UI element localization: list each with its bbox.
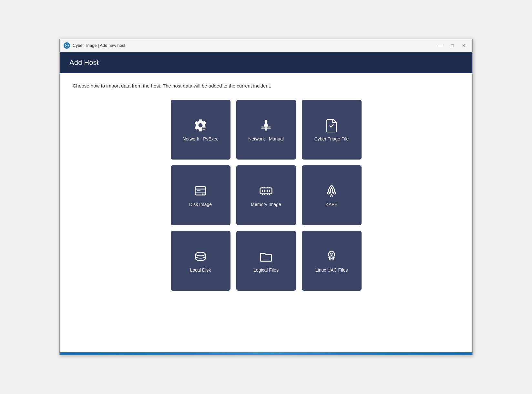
- local-disk-label: Local Disk: [190, 267, 211, 273]
- svg-rect-13: [264, 190, 266, 192]
- header-bar: Add Host: [60, 52, 472, 73]
- local-disk-button[interactable]: Local Disk: [171, 231, 230, 291]
- linux-icon: [324, 249, 339, 264]
- logical-files-button[interactable]: Logical Files: [236, 231, 296, 291]
- file-check-icon: [324, 118, 339, 132]
- svg-point-9: [202, 193, 203, 195]
- kape-label: KAPE: [325, 202, 337, 207]
- memory-icon: [259, 184, 273, 198]
- title-bar: Cyber Triage | Add new host — □ ✕: [60, 39, 472, 52]
- svg-rect-12: [262, 190, 263, 192]
- options-grid: Network - PsExec Network - Manual: [73, 100, 459, 291]
- cyber-triage-file-label: Cyber Triage File: [314, 136, 349, 141]
- svg-point-29: [330, 253, 331, 254]
- svg-rect-15: [269, 190, 270, 192]
- svg-rect-3: [261, 126, 271, 127]
- rocket-icon: [324, 184, 339, 198]
- linux-uac-files-button[interactable]: Linux UAC Files: [302, 231, 362, 291]
- cyber-triage-file-button[interactable]: Cyber Triage File: [302, 100, 362, 160]
- maximize-button[interactable]: □: [448, 42, 457, 49]
- bottom-bar: [60, 352, 472, 355]
- main-window: Cyber Triage | Add new host — □ ✕ Add Ho…: [59, 39, 473, 355]
- disk-icon: [193, 184, 208, 198]
- svg-point-26: [196, 252, 205, 256]
- window-controls: — □ ✕: [436, 42, 468, 49]
- description-text: Choose how to import data from the host.…: [73, 83, 459, 88]
- svg-rect-7: [195, 192, 206, 193]
- logical-files-label: Logical Files: [253, 267, 279, 273]
- minimize-button[interactable]: —: [436, 42, 445, 49]
- svg-point-1: [66, 45, 67, 46]
- window-title: Cyber Triage | Add new host: [73, 43, 436, 48]
- svg-rect-6: [195, 188, 206, 190]
- svg-rect-4: [261, 128, 271, 129]
- memory-image-label: Memory Image: [251, 202, 281, 207]
- content-area: Choose how to import data from the host.…: [60, 73, 472, 352]
- svg-line-25: [332, 194, 333, 196]
- network-psexec-label: Network - PsExec: [182, 136, 218, 141]
- folder-icon: [259, 249, 273, 264]
- svg-point-8: [203, 193, 205, 195]
- linux-uac-files-label: Linux UAC Files: [315, 267, 348, 273]
- app-icon: [64, 42, 70, 49]
- network-manual-label: Network - Manual: [248, 136, 284, 141]
- gear-icon: [193, 118, 208, 132]
- network-manual-button[interactable]: Network - Manual: [236, 100, 296, 160]
- disk-image-button[interactable]: Disk Image: [171, 165, 230, 225]
- local-disk-icon: [193, 249, 208, 264]
- network-psexec-button[interactable]: Network - PsExec: [171, 100, 230, 160]
- kape-button[interactable]: KAPE: [302, 165, 362, 225]
- svg-rect-14: [267, 190, 268, 192]
- disk-image-label: Disk Image: [189, 202, 212, 207]
- person-desk-icon: [259, 118, 273, 132]
- memory-image-button[interactable]: Memory Image: [236, 165, 296, 225]
- svg-point-30: [332, 253, 333, 254]
- page-title: Add Host: [69, 58, 463, 67]
- close-button[interactable]: ✕: [459, 42, 468, 49]
- svg-rect-10: [197, 190, 200, 191]
